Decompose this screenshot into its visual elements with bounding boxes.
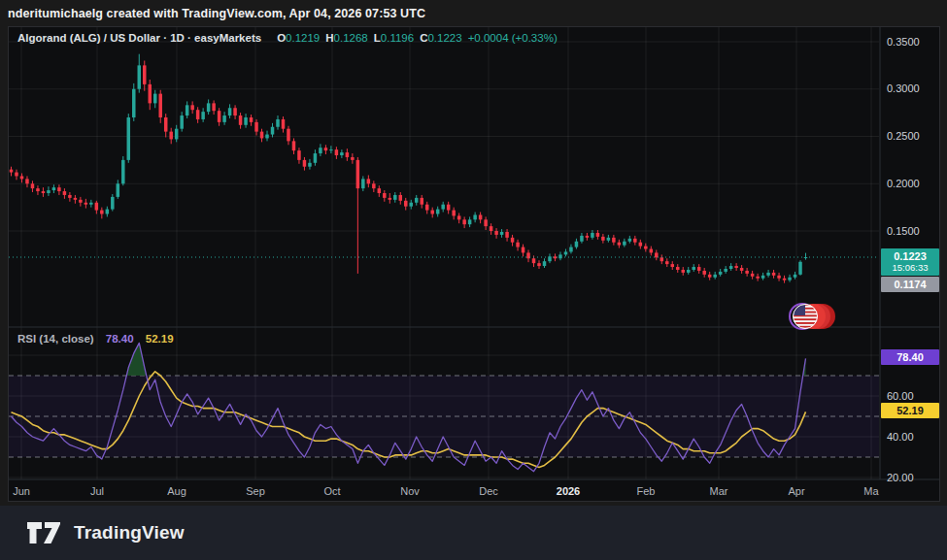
open-label: O [277,32,286,44]
time-tick-label: Feb [637,485,656,497]
prev-close-badge: 0.1174 [881,277,939,292]
time-tick-label: Sep [246,485,265,497]
rsi-title[interactable]: RSI (14, close) [17,333,94,345]
time-tick-label: Ma [863,485,878,497]
time-tick-label: Jun [13,485,30,497]
change-value: +0.0004 (+0.33%) [468,32,558,44]
last-price-value: 0.1223 [881,250,939,262]
rsi-tick-label: 60.00 [887,390,914,402]
price-tick-label: 0.2000 [887,178,920,189]
rsi-value: 78.40 [106,333,134,345]
rsi-pane[interactable] [8,327,880,479]
rsi-ma-value: 52.19 [146,333,174,345]
time-tick-label: 2026 [557,485,580,497]
low-label: L [374,32,381,44]
tradingview-logo-icon[interactable] [25,518,64,547]
price-tick-label: 0.1500 [887,225,920,237]
low-value: 0.1196 [381,32,414,44]
tradingview-logo-text[interactable]: TradingView [74,522,185,544]
footer-bar: TradingView [0,506,947,560]
time-tick-label: Nov [400,485,420,497]
time-tick-label: Dec [479,485,498,497]
price-tick-label: 0.3000 [887,82,920,94]
symbol-title[interactable]: Algorand (ALG) / US Dollar · 1D · easyMa… [17,32,261,44]
close-value: 0.1223 [427,32,461,44]
bar-countdown: 15:06:33 [881,262,939,274]
rsi-tick-label: 40.00 [887,431,914,443]
price-tick-label: 0.2500 [887,130,920,142]
rsi-legend: RSI (14, close) 78.40 52.19 [17,333,174,345]
time-tick-label: Apr [788,485,804,497]
rsi-tick-label: 20.00 [887,472,914,483]
time-tick-label: Jul [90,485,104,497]
time-tick-label: Oct [323,485,340,497]
time-tick-label: Mar [710,485,728,497]
open-value: 0.1219 [286,32,320,44]
chart-legend: Algorand (ALG) / US Dollar · 1D · easyMa… [17,32,558,44]
price-tick-label: 0.3500 [887,36,920,48]
price-pane[interactable] [8,27,880,327]
last-price-badge: 0.1223 15:06:33 [881,248,939,276]
rsi-ma-value-badge: 52.19 [881,403,939,418]
rsi-value-badge: 78.40 [881,349,939,365]
time-tick-label: Aug [167,485,186,497]
high-value: 0.1268 [334,32,368,44]
tradingview-screenshot: nderitumichaelg created with TradingView… [0,0,947,560]
high-label: H [325,32,333,44]
